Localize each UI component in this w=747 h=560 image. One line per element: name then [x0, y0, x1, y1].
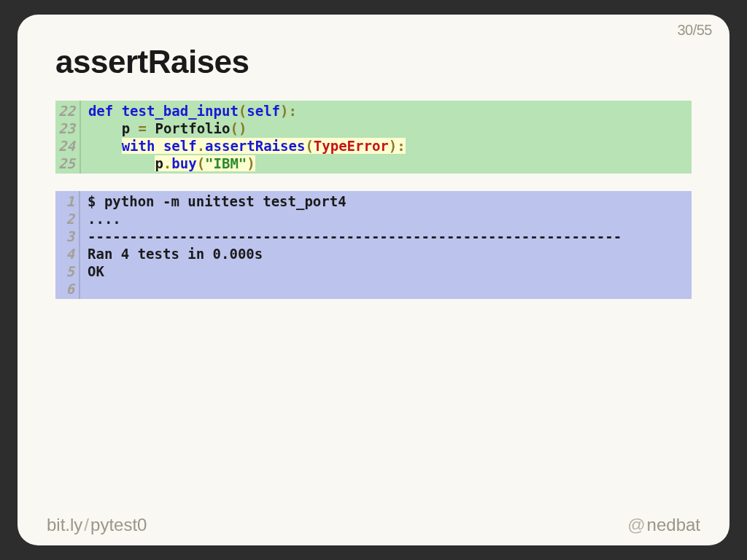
footer-url-path: pytest0 — [90, 515, 147, 534]
code-gutter: 123456 — [55, 191, 80, 299]
code-gutter: 22232425 — [55, 101, 81, 174]
lineno: 25 — [58, 155, 75, 172]
term-line: .... — [88, 210, 686, 228]
code-line: p = Portfolio() — [88, 120, 686, 137]
page-total: 55 — [697, 22, 712, 38]
lineno: 3 — [58, 228, 74, 245]
code-line: with self.assertRaises(TypeError): — [88, 137, 686, 155]
term-line: OK — [88, 262, 686, 280]
slide: 30/55 assertRaises 22232425 def test_bad… — [18, 15, 729, 545]
slide-title: assertRaises — [55, 44, 692, 80]
code-line: p.buy("IBM") — [88, 155, 686, 172]
term-line: ----------------------------------------… — [88, 228, 686, 245]
code-highlight: p.buy("IBM") — [155, 155, 255, 171]
lineno: 23 — [58, 120, 75, 137]
code-body: $ python -m unittest test_port4....-----… — [80, 191, 692, 299]
at-icon: @ — [626, 515, 646, 534]
code-highlight: with self.assertRaises(TypeError): — [122, 138, 406, 154]
page-current: 30 — [677, 22, 692, 38]
slide-footer: bit.ly/pytest0 @nedbat — [18, 515, 729, 535]
lineno: 5 — [58, 262, 74, 280]
lineno: 6 — [58, 280, 74, 298]
term-line: Ran 4 tests in 0.000s — [88, 245, 686, 262]
code-block-python: 22232425 def test_bad_input(self): p = P… — [55, 101, 692, 174]
page-number: 30/55 — [677, 22, 712, 39]
code-line: def test_bad_input(self): — [88, 102, 686, 120]
footer-handle[interactable]: @nedbat — [626, 515, 700, 535]
lineno: 2 — [58, 210, 74, 228]
footer-link[interactable]: bit.ly/pytest0 — [47, 515, 147, 535]
code-body: def test_bad_input(self): p = Portfolio(… — [81, 101, 692, 174]
lineno: 22 — [58, 102, 75, 120]
term-line: $ python -m unittest test_port4 — [88, 192, 686, 210]
footer-url-host: bit.ly — [47, 515, 82, 534]
lineno: 4 — [58, 245, 74, 262]
lineno: 1 — [58, 192, 74, 210]
slash-icon: / — [82, 515, 90, 534]
footer-handle-name: nedbat — [647, 515, 700, 534]
lineno: 24 — [58, 137, 75, 155]
code-block-terminal: 123456 $ python -m unittest test_port4..… — [55, 191, 692, 299]
